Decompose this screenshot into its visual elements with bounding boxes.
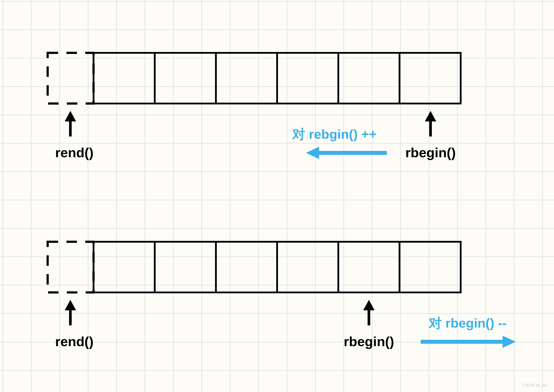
rbegin-pointer [425, 111, 436, 136]
rend-label: rend() [55, 334, 93, 349]
rbegin-label: rbegin() [344, 334, 394, 349]
phantom-cell [48, 53, 93, 104]
operation-label: 对 rebgin() ++ [292, 127, 377, 141]
phantom-cell [48, 242, 93, 292]
svg-marker-7 [65, 300, 76, 310]
rbegin-pointer [363, 300, 375, 325]
direction-arrow-left [306, 147, 387, 159]
direction-arrow-right [421, 336, 516, 348]
svg-marker-1 [65, 111, 76, 121]
watermark: CSDN @_ae [523, 383, 547, 388]
diagram-1: rend() rbegin() 对 rebgin() ++ [48, 53, 461, 160]
rend-label: rend() [55, 145, 93, 160]
rend-pointer [65, 111, 76, 136]
svg-marker-9 [363, 300, 375, 310]
svg-marker-3 [425, 111, 436, 121]
svg-marker-11 [503, 336, 516, 348]
operation-label: 对 rbegin() -- [428, 316, 507, 330]
rbegin-label: rbegin() [405, 145, 456, 160]
diagram-2: rend() rbegin() 对 rbegin() -- [48, 242, 516, 349]
svg-marker-5 [306, 147, 319, 159]
rend-pointer [65, 300, 76, 325]
diagram-canvas: rend() rbegin() 对 rebgin() ++ rend() [0, 0, 554, 392]
